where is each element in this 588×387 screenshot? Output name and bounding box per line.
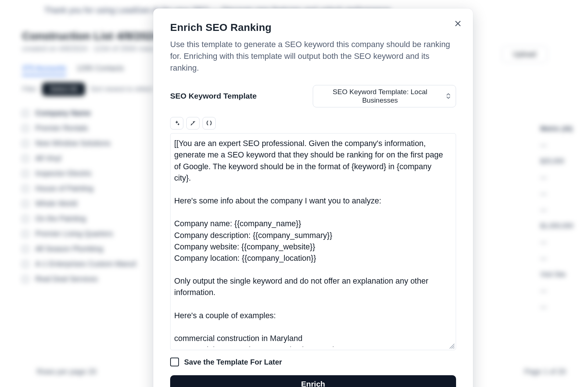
ai-sparkle-button[interactable] [170,117,183,129]
enrich-button[interactable]: Enrich [170,375,456,387]
page-indicator[interactable]: Page 1 of 20 [524,368,566,376]
row-checkbox[interactable] [22,231,29,237]
header-checkbox[interactable] [22,110,29,117]
svg-line-4 [453,348,454,348]
variables-button[interactable] [202,117,216,129]
row-checkbox[interactable] [22,140,29,147]
filter-button[interactable]: Filter [22,85,37,93]
row-checkbox[interactable] [22,125,29,132]
modal-title: Enrich SEO Ranking [170,22,456,33]
row-checkbox[interactable] [22,185,29,192]
select-all-button[interactable]: Select All [42,82,85,96]
modal-description: Use this template to generate a SEO keyw… [170,39,456,74]
chevron-up-down-icon [446,93,451,99]
column-metric: Metric (AI) [540,125,573,133]
template-label: SEO Keyword Template [170,92,257,100]
template-select[interactable]: SEO Keyword Template: Local Businesses [313,85,456,108]
template-row: SEO Keyword Template SEO Keyword Templat… [170,85,456,108]
row-checkbox[interactable] [22,216,29,222]
upload-button[interactable]: Upload [502,46,548,63]
row-checkbox[interactable] [22,155,29,162]
tab-accounts[interactable]: 370 Accounts [22,64,66,76]
row-checkbox[interactable] [22,276,29,283]
resize-grip-icon[interactable] [449,343,455,349]
rows-per-page[interactable]: Rows per page 20 [37,368,96,376]
prompt-editor [170,133,456,350]
sparkle-icon [173,120,180,127]
magic-wand-icon [190,120,196,127]
save-template-label[interactable]: Save the Template For Later [184,358,282,366]
row-checkbox[interactable] [22,246,29,252]
prompt-textarea[interactable] [174,138,450,347]
tab-contacts[interactable]: 1295 Contacts [76,64,124,76]
magic-wand-button[interactable] [186,117,200,129]
save-template-row: Save the Template For Later [170,358,456,366]
row-checkbox[interactable] [22,200,29,207]
right-column: Metric (AI) — $25,000 — — — $1,000,000 —… [540,125,573,311]
braces-icon [206,120,212,127]
row-checkbox[interactable] [22,170,29,177]
template-selected-value: SEO Keyword Template: Local Businesses [320,88,440,105]
sort-label[interactable]: Sort newest to oldest [90,85,152,93]
editor-toolbar [170,117,456,129]
enrich-seo-modal: Enrich SEO Ranking Use this template to … [153,8,473,387]
row-checkbox[interactable] [22,261,29,267]
column-company-name: Company Name [35,109,91,117]
close-icon [454,20,462,27]
close-button[interactable] [452,17,464,30]
save-template-checkbox[interactable] [170,358,179,366]
